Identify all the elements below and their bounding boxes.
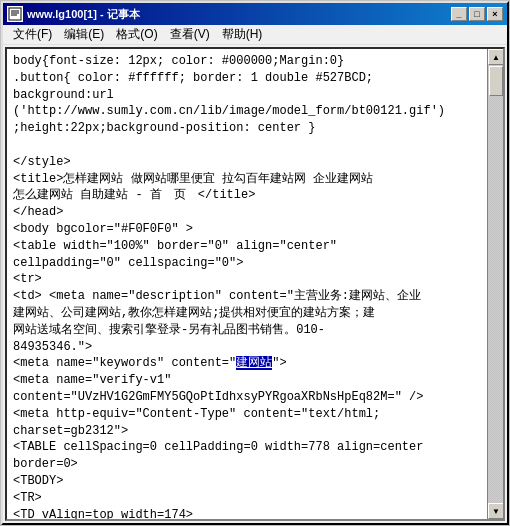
text-editor[interactable]: body{font-size: 12px; color: #000000;Mar… <box>7 49 487 519</box>
title-bar-buttons: _ □ × <box>451 7 503 21</box>
svg-rect-0 <box>9 8 21 20</box>
content-area[interactable]: body{font-size: 12px; color: #000000;Mar… <box>5 47 505 521</box>
menu-edit[interactable]: 编辑(E) <box>58 24 110 45</box>
menu-help[interactable]: 帮助(H) <box>216 24 269 45</box>
main-window: www.lg100[1] - 记事本 _ □ × 文件(F) 编辑(E) 格式(… <box>1 1 509 525</box>
menu-file[interactable]: 文件(F) <box>7 24 58 45</box>
minimize-button[interactable]: _ <box>451 7 467 21</box>
close-button[interactable]: × <box>487 7 503 21</box>
highlighted-text: 建网站 <box>236 356 272 370</box>
maximize-button[interactable]: □ <box>469 7 485 21</box>
window-title: www.lg100[1] - 记事本 <box>27 7 140 22</box>
menu-format[interactable]: 格式(O) <box>110 24 163 45</box>
scroll-down-button[interactable]: ▼ <box>488 503 504 519</box>
vertical-scrollbar[interactable]: ▲ ▼ <box>487 49 503 519</box>
title-bar: www.lg100[1] - 记事本 _ □ × <box>3 3 507 25</box>
menu-view[interactable]: 查看(V) <box>164 24 216 45</box>
app-icon <box>7 6 23 22</box>
menu-bar: 文件(F) 编辑(E) 格式(O) 查看(V) 帮助(H) <box>3 25 507 45</box>
scroll-track[interactable] <box>488 65 503 503</box>
title-bar-left: www.lg100[1] - 记事本 <box>7 6 140 22</box>
scroll-up-button[interactable]: ▲ <box>488 49 504 65</box>
scroll-thumb[interactable] <box>489 66 503 96</box>
